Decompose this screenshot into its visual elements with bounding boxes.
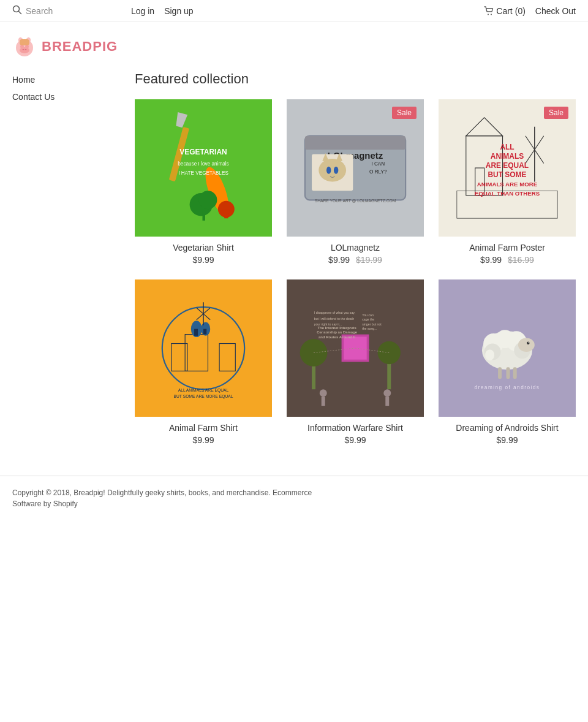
search-input[interactable]	[26, 6, 111, 16]
svg-text:I CAN: I CAN	[371, 161, 385, 167]
main-layout: Home Contact Us Featured collection	[0, 65, 588, 451]
svg-point-9	[25, 49, 27, 50]
top-nav-right: Cart (0) Check Out	[484, 6, 576, 16]
product-price-animal-farm-shirt: $9.99	[135, 435, 272, 445]
original-price-animal-farm-poster: $16.99	[508, 255, 534, 265]
checkout-link[interactable]: Check Out	[535, 6, 576, 16]
svg-text:You can: You can	[362, 313, 374, 317]
svg-point-3	[491, 13, 492, 15]
product-title-dreaming-androids-shirt: Dreaming of Androids Shirt	[439, 423, 576, 433]
cart-count: (0)	[515, 6, 526, 16]
product-title-vegetarian-shirt: Vegetarian Shirt	[135, 243, 272, 253]
svg-text:BUT SOME ARE MORE EQUAL: BUT SOME ARE MORE EQUAL	[174, 394, 233, 399]
svg-rect-100	[513, 367, 517, 379]
product-card-dreaming-androids-shirt[interactable]: dreaming of androids Dreaming of Android…	[439, 279, 576, 445]
top-bar: Log in Sign up Cart (0) Check Out	[0, 0, 588, 22]
search-form	[12, 5, 111, 17]
product-price-vegetarian-shirt: $9.99	[135, 255, 272, 265]
sidebar-nav: Home Contact Us	[12, 71, 123, 105]
product-title-animal-farm-shirt: Animal Farm Shirt	[135, 423, 272, 433]
product-price-animal-farm-poster: $9.99 $16.99	[439, 255, 576, 265]
top-nav-links: Log in Sign up	[131, 6, 194, 16]
svg-text:VEGETARIAN: VEGETARIAN	[179, 148, 227, 156]
svg-text:I HATE VEGETABLES: I HATE VEGETABLES	[178, 170, 228, 176]
svg-point-101	[485, 349, 494, 360]
svg-point-74	[320, 389, 327, 397]
svg-point-97	[528, 342, 529, 343]
info-warfare-shirt-image: I disapprove of what you say, but I will…	[287, 279, 424, 417]
svg-text:ANIMALS: ANIMALS	[491, 152, 524, 161]
svg-text:and Routes Around It: and Routes Around It	[318, 335, 355, 339]
svg-text:ANIMALS ARE MORE: ANIMALS ARE MORE	[477, 181, 538, 188]
sale-badge-lolmagnetz: Sale	[392, 107, 417, 119]
sidebar-item-home[interactable]: Home	[12, 71, 123, 88]
svg-point-76	[383, 389, 391, 397]
svg-point-8	[23, 49, 24, 50]
svg-text:ALL ANIMALS ARE EQUAL: ALL ANIMALS ARE EQUAL	[178, 388, 229, 393]
svg-text:The Internet Interprets: The Internet Interprets	[317, 326, 356, 330]
svg-text:ALL: ALL	[500, 143, 514, 151]
product-title-info-warfare-shirt: Information Warfare Shirt	[287, 423, 424, 433]
product-card-vegetarian-shirt[interactable]: VEGETARIAN because I love animals I HATE…	[135, 99, 272, 265]
svg-rect-12	[20, 39, 29, 45]
content-area: Featured collection VEGETARIAN	[135, 71, 576, 445]
sidebar: Home Contact Us	[12, 71, 123, 445]
svg-text:SHARE YOUR ART @ LOLMAGNETZ.CO: SHARE YOUR ART @ LOLMAGNETZ.COM	[315, 199, 396, 203]
svg-text:because I love animals: because I love animals	[178, 161, 228, 167]
dreaming-androids-shirt-image: dreaming of androids	[439, 279, 576, 417]
footer-shopify: Software by Shopify	[12, 500, 576, 508]
svg-rect-26	[305, 136, 405, 150]
svg-point-21	[199, 191, 217, 209]
product-card-info-warfare-shirt[interactable]: I disapprove of what you say, but I will…	[287, 279, 424, 445]
product-price-info-warfare-shirt: $9.99	[287, 435, 424, 445]
logo-area: BREADPIG	[0, 22, 588, 65]
cart-link[interactable]: Cart (0)	[484, 6, 526, 16]
svg-text:the song...: the song...	[362, 327, 377, 330]
svg-rect-22	[203, 211, 205, 221]
lolmagnetz-image: LOLmagnetz I CAN O RLY? SHARE YOUR	[287, 99, 424, 237]
svg-text:ARE EQUAL: ARE EQUAL	[486, 161, 529, 170]
sidebar-item-contact-us[interactable]: Contact Us	[12, 88, 123, 105]
footer: Copyright © 2018, Breadpig! Delightfully…	[0, 476, 588, 520]
svg-text:O RLY?: O RLY?	[369, 169, 387, 175]
logo-text: BREADPIG	[42, 39, 118, 55]
svg-rect-99	[507, 367, 510, 379]
svg-rect-75	[322, 397, 325, 406]
product-card-lolmagnetz[interactable]: Sale LOLmagnetz	[287, 99, 424, 265]
svg-rect-57	[203, 329, 206, 335]
footer-copyright: Copyright © 2018, Breadpig! Delightfully…	[12, 488, 576, 497]
svg-rect-56	[194, 329, 198, 336]
cart-label: Cart	[496, 6, 512, 16]
svg-point-96	[527, 342, 529, 344]
svg-text:but I will defend to the death: but I will defend to the death	[314, 317, 354, 321]
svg-text:dreaming of androids: dreaming of androids	[475, 385, 540, 390]
search-icon	[12, 5, 22, 17]
svg-point-2	[488, 13, 489, 15]
svg-rect-68	[387, 362, 391, 389]
svg-text:singer but not: singer but not	[362, 322, 382, 326]
svg-point-32	[326, 167, 331, 174]
svg-text:BUT SOME: BUT SOME	[488, 170, 526, 179]
product-price-lolmagnetz: $9.99 $19.99	[287, 255, 424, 265]
vegetarian-shirt-image: VEGETARIAN because I love animals I HATE…	[135, 99, 272, 237]
svg-text:I disapprove of what you say,: I disapprove of what you say,	[314, 311, 355, 314]
login-link[interactable]: Log in	[131, 6, 154, 16]
animal-farm-poster-image: ALL ANIMALS ARE EQUAL BUT SOME ANIMALS A…	[439, 99, 576, 237]
sale-badge-animal-farm-poster: Sale	[544, 107, 568, 119]
svg-point-29	[318, 159, 346, 181]
product-grid: VEGETARIAN because I love animals I HATE…	[135, 99, 576, 445]
svg-text:cage the: cage the	[362, 317, 374, 321]
product-card-animal-farm-poster[interactable]: Sale ALL	[439, 99, 576, 265]
logo-link[interactable]: BREADPIG	[12, 34, 576, 59]
svg-text:EQUAL THAN OTHERS: EQUAL THAN OTHERS	[475, 190, 540, 197]
svg-text:Censorship as Damage: Censorship as Damage	[317, 330, 358, 334]
product-price-dreaming-androids-shirt: $9.99	[439, 435, 576, 445]
svg-line-1	[19, 12, 21, 14]
svg-rect-77	[385, 397, 389, 406]
svg-point-95	[518, 338, 535, 352]
product-title-lolmagnetz: LOLmagnetz	[287, 243, 424, 253]
signup-link[interactable]: Sign up	[164, 6, 193, 16]
product-card-animal-farm-shirt[interactable]: ALL ANIMALS ARE EQUAL BUT SOME ARE MORE …	[135, 279, 272, 445]
animal-farm-shirt-image: ALL ANIMALS ARE EQUAL BUT SOME ARE MORE …	[135, 279, 272, 417]
featured-collection-title: Featured collection	[135, 71, 576, 87]
